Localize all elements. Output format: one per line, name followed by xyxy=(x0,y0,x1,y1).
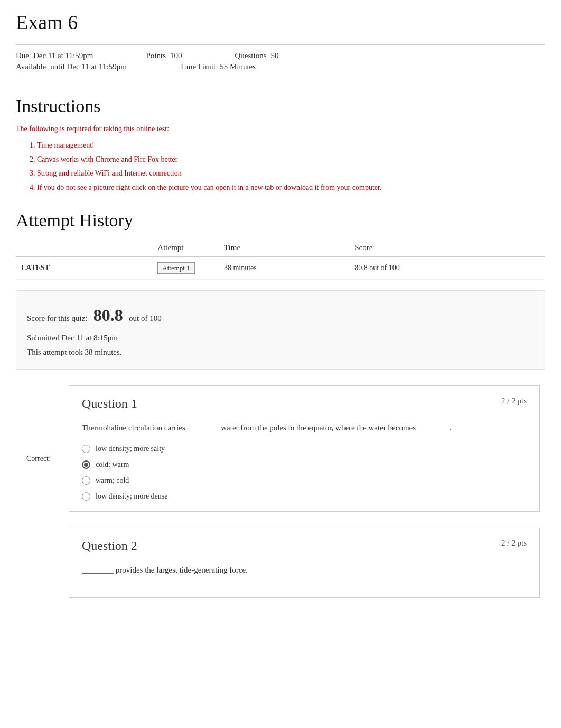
questions-value: 50 xyxy=(270,51,278,60)
question-2-header: Question 2 2 / 2 pts xyxy=(82,539,527,553)
due-value: Dec 11 at 11:59pm xyxy=(33,51,93,60)
correct-label: Correct! xyxy=(26,455,51,463)
option-label-1-3: warm; cold xyxy=(96,476,129,485)
question-1-block: Question 1 2 / 2 pts Thermohaline circul… xyxy=(69,385,540,512)
latest-label: LATEST xyxy=(16,257,94,280)
score-summary-box: Score for this quiz: 80.8 out of 100 Sub… xyxy=(16,290,545,370)
attempt-time: 38 minutes xyxy=(219,257,349,280)
instructions-required-text: The following is required for taking thi… xyxy=(16,125,545,133)
col-time: Time xyxy=(219,239,349,257)
option-1-1[interactable]: low density; more salty xyxy=(82,445,527,453)
due-label: Due xyxy=(16,51,29,60)
list-item: Canvas works with Chrome and Fire Fox be… xyxy=(37,153,545,167)
points-label: Points xyxy=(146,51,166,60)
exam-title: Exam 6 xyxy=(16,11,545,34)
option-1-2[interactable]: cold; warm xyxy=(82,460,527,469)
radio-1-1[interactable] xyxy=(82,445,90,453)
instructions-list: Time management! Canvas works with Chrom… xyxy=(16,139,545,195)
list-item: Time management! xyxy=(37,139,545,153)
option-label-1-1: low density; more salty xyxy=(96,445,165,453)
question-1-text: Thermohaline circulation carries _______… xyxy=(82,421,527,434)
question-2-title: Question 2 xyxy=(82,539,137,553)
list-item: If you do not see a picture right click … xyxy=(37,181,545,195)
available-label: Available xyxy=(16,62,46,71)
radio-1-2[interactable] xyxy=(82,460,90,469)
score-label: Score for this quiz: xyxy=(27,314,88,322)
attempt-badge[interactable]: Attempt 1 xyxy=(157,262,194,274)
question-2-pts: 2 / 2 pts xyxy=(501,539,527,548)
question-1-pts: 2 / 2 pts xyxy=(501,397,527,406)
option-1-3[interactable]: warm; cold xyxy=(82,476,527,485)
col-attempt: Attempt xyxy=(94,239,219,257)
score-out-of: out of 100 xyxy=(129,314,162,322)
attempt-score: 80.8 out of 100 xyxy=(349,257,545,280)
question-1-options: low density; more salty cold; warm warm;… xyxy=(82,445,527,501)
instructions-section: Instructions The following is required f… xyxy=(16,96,545,195)
col-score: Score xyxy=(349,239,545,257)
radio-1-3[interactable] xyxy=(82,476,90,485)
question-1-wrapper: Correct! Question 1 2 / 2 pts Thermohali… xyxy=(16,385,545,512)
score-took: This attempt took 38 minutes. xyxy=(27,345,534,360)
table-row: LATEST Attempt 1 38 minutes 80.8 out of … xyxy=(16,257,545,280)
question-2-block: Question 2 2 / 2 pts ________ provides t… xyxy=(69,528,540,598)
time-limit-value: 55 Minutes xyxy=(220,62,256,71)
option-label-1-2: cold; warm xyxy=(96,460,129,469)
question-2-text: ________ provides the largest tide-gener… xyxy=(82,564,527,576)
question-1-title: Question 1 xyxy=(82,397,137,411)
question-1-header: Question 1 2 / 2 pts xyxy=(82,397,527,411)
attempt-table: Attempt Time Score LATEST Attempt 1 38 m… xyxy=(16,239,545,280)
score-submitted: Submitted Dec 11 at 8:15pm xyxy=(27,331,534,345)
question-2-wrapper: Question 2 2 / 2 pts ________ provides t… xyxy=(16,528,545,598)
questions-label: Questions xyxy=(235,51,266,60)
points-value: 100 xyxy=(170,51,182,60)
radio-1-4[interactable] xyxy=(82,492,90,501)
exam-meta-bar: Due Dec 11 at 11:59pm Points 100 Questio… xyxy=(16,44,545,80)
list-item: Strong and reliable WiFi and Internet co… xyxy=(37,167,545,181)
score-value: 80.8 xyxy=(94,306,123,325)
time-limit-label: Time Limit xyxy=(180,62,216,71)
attempt-history-section: Attempt History Attempt Time Score LATES… xyxy=(16,210,545,280)
option-label-1-4: low density; more dense xyxy=(96,492,167,501)
instructions-heading: Instructions xyxy=(16,96,545,116)
attempt-history-heading: Attempt History xyxy=(16,210,545,231)
available-value: until Dec 11 at 11:59pm xyxy=(50,62,127,71)
option-1-4[interactable]: low density; more dense xyxy=(82,492,527,501)
